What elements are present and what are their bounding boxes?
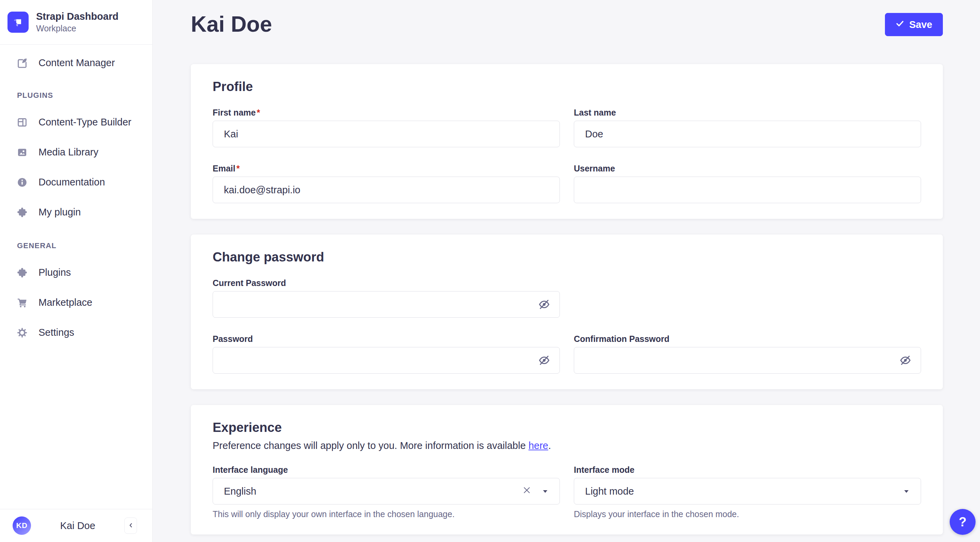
- picture-icon: [16, 146, 28, 158]
- interface-mode-value: Light mode: [585, 486, 634, 497]
- brand-subtitle: Workplace: [36, 23, 119, 34]
- interface-language-helper: This will only display your own interfac…: [213, 509, 560, 519]
- interface-language-field-group: Interface language English: [213, 465, 560, 519]
- page-header: Kai Doe Save: [191, 12, 943, 36]
- interface-mode-helper: Displays your interface in the chosen mo…: [574, 509, 921, 519]
- current-password-label: Current Password: [213, 278, 560, 288]
- first-name-label: First name*: [213, 108, 560, 117]
- current-password-field-group: Current Password: [213, 278, 560, 318]
- interface-language-label: Interface language: [213, 465, 560, 475]
- sidebar-nav: Content Manager PLUGINS Content-Type Bui…: [0, 45, 152, 343]
- puzzle-icon: [16, 266, 28, 279]
- main-content: Kai Doe Save Profile First name* Last na…: [153, 0, 980, 542]
- puzzle-icon: [16, 206, 28, 218]
- interface-language-select[interactable]: English: [213, 478, 560, 504]
- sidebar-item-settings[interactable]: Settings: [0, 322, 152, 343]
- interface-mode-select[interactable]: Light mode: [574, 478, 921, 504]
- workplace-brand: Strapi Dashboard Workplace: [0, 0, 152, 45]
- experience-heading: Experience: [213, 420, 921, 435]
- username-input[interactable]: [574, 177, 921, 203]
- profile-card: Profile First name* Last name Email* Use…: [191, 64, 943, 219]
- sidebar-section-plugins: PLUGINS: [0, 91, 152, 100]
- sidebar-user-name: Kai Doe: [31, 520, 124, 531]
- help-button[interactable]: ?: [950, 509, 975, 535]
- sidebar-item-media-library[interactable]: Media Library: [0, 142, 152, 163]
- email-label: Email*: [213, 164, 560, 173]
- last-name-field-group: Last name: [574, 108, 921, 147]
- eye-off-icon: [538, 354, 550, 367]
- required-asterisk: *: [256, 108, 260, 117]
- sidebar-item-content-type-builder[interactable]: Content-Type Builder: [0, 112, 152, 132]
- change-password-card: Change password Current Password: [191, 234, 943, 389]
- change-password-heading: Change password: [213, 250, 921, 265]
- experience-subtitle: Preference changes will apply only to yo…: [213, 440, 921, 451]
- more-information-link[interactable]: here: [528, 440, 548, 451]
- sidebar-item-label: My plugin: [38, 207, 81, 218]
- strapi-logo-icon: [8, 11, 29, 33]
- eye-off-icon: [538, 298, 550, 311]
- password-label: Password: [213, 334, 560, 344]
- sidebar-item-label: Content Manager: [38, 57, 115, 69]
- save-button-label: Save: [909, 19, 932, 30]
- interface-language-value: English: [224, 486, 256, 497]
- toggle-password-visibility-button[interactable]: [538, 298, 551, 311]
- sidebar-collapse-button[interactable]: [124, 518, 137, 534]
- sidebar-item-label: Documentation: [38, 177, 105, 188]
- last-name-input[interactable]: [574, 121, 921, 147]
- sidebar-item-label: Plugins: [38, 267, 71, 278]
- sidebar-item-label: Settings: [38, 327, 74, 338]
- brand-text: Strapi Dashboard Workplace: [36, 10, 119, 34]
- sidebar-item-label: Content-Type Builder: [38, 116, 131, 128]
- info-circle-icon: [16, 176, 28, 188]
- sidebar: Strapi Dashboard Workplace Content Manag…: [0, 0, 153, 542]
- clear-icon[interactable]: [522, 485, 531, 497]
- layout-icon: [16, 116, 28, 129]
- email-field-group: Email*: [213, 164, 560, 203]
- sidebar-item-my-plugin[interactable]: My plugin: [0, 202, 152, 223]
- chevron-down-icon: [903, 486, 910, 497]
- username-field-group: Username: [574, 164, 921, 203]
- username-label: Username: [574, 164, 921, 173]
- pen-square-icon: [16, 57, 28, 69]
- password-input[interactable]: [213, 347, 560, 374]
- sidebar-item-plugins[interactable]: Plugins: [0, 263, 152, 283]
- avatar: KD: [13, 516, 31, 535]
- confirmation-password-label: Confirmation Password: [574, 334, 921, 344]
- gear-icon: [16, 327, 28, 339]
- toggle-password-visibility-button[interactable]: [899, 354, 912, 367]
- experience-card: Experience Preference changes will apply…: [191, 405, 943, 534]
- sidebar-section-general: GENERAL: [0, 241, 152, 250]
- confirmation-password-input[interactable]: [574, 347, 921, 374]
- profile-heading: Profile: [213, 79, 921, 94]
- page-title: Kai Doe: [191, 12, 272, 36]
- cart-icon: [16, 297, 28, 309]
- interface-mode-label: Interface mode: [574, 465, 921, 475]
- new-password-field-group: Password: [213, 334, 560, 374]
- sidebar-item-label: Media Library: [38, 147, 99, 158]
- sidebar-item-label: Marketplace: [38, 297, 92, 308]
- first-name-input[interactable]: [213, 121, 560, 147]
- last-name-label: Last name: [574, 108, 921, 117]
- toggle-password-visibility-button[interactable]: [538, 354, 551, 367]
- chevron-left-icon: [127, 522, 134, 530]
- confirmation-password-field-group: Confirmation Password: [574, 334, 921, 374]
- sidebar-footer: KD Kai Doe: [0, 509, 152, 542]
- interface-mode-field-group: Interface mode Light mode Displays your …: [574, 465, 921, 519]
- chevron-down-icon: [542, 486, 549, 497]
- first-name-field-group: First name*: [213, 108, 560, 147]
- required-asterisk: *: [237, 164, 240, 173]
- sidebar-item-content-manager[interactable]: Content Manager: [0, 53, 152, 73]
- check-icon: [896, 19, 904, 30]
- sidebar-item-documentation[interactable]: Documentation: [0, 172, 152, 193]
- eye-off-icon: [899, 354, 912, 367]
- sidebar-item-marketplace[interactable]: Marketplace: [0, 292, 152, 313]
- brand-title: Strapi Dashboard: [36, 10, 119, 22]
- save-button[interactable]: Save: [885, 13, 943, 36]
- current-password-input[interactable]: [213, 291, 560, 318]
- email-input[interactable]: [213, 177, 560, 203]
